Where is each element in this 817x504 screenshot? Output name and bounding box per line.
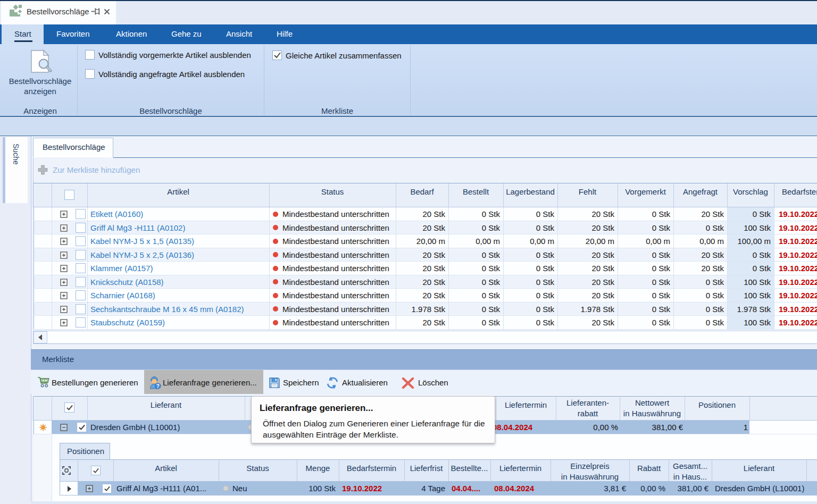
svg-text:?: ? xyxy=(156,383,160,389)
